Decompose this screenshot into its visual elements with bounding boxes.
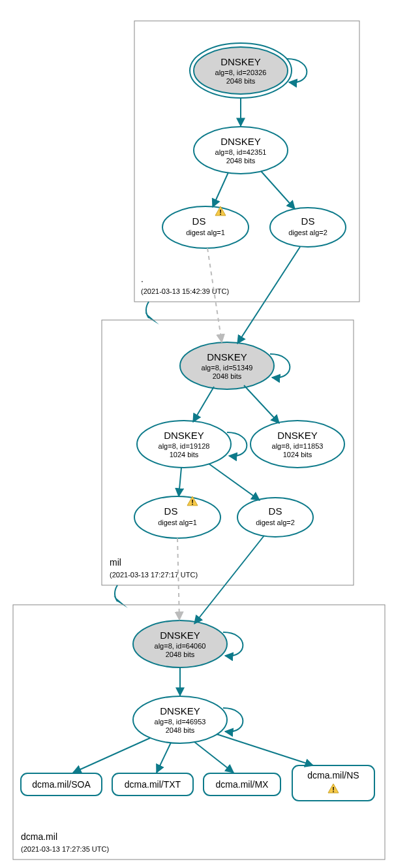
dnskey-sub1: alg=8, id=51349 [202, 364, 253, 372]
ds-sub: digest alg=2 [256, 519, 295, 526]
dnskey-sub2: 2048 bits [226, 77, 256, 85]
edge-zsk-ns [217, 734, 313, 765]
rr-label: dcma.mil/NS [307, 770, 359, 780]
ds-node-root-ds2 [270, 208, 346, 247]
edge-milzsk1-ds1 [179, 468, 181, 496]
ds-node-root-ds1 [162, 206, 249, 248]
dnskey-sub1: alg=8, id=46953 [155, 718, 206, 726]
dnskey-sub2: 2048 bits [166, 726, 195, 734]
svg-text:!: ! [219, 208, 222, 216]
svg-text:!: ! [332, 786, 335, 794]
zone-root-timestamp: (2021-03-13 15:42:39 UTC) [141, 287, 229, 295]
edge-ds2-milksk [237, 247, 300, 344]
ds-title: DS [269, 506, 282, 517]
edge-milds2-dcmaksk [194, 536, 264, 624]
zone-dcma-name: dcma.mil [21, 831, 57, 842]
ds-title: DS [164, 506, 178, 517]
zone-root-name: . [141, 274, 144, 284]
dnskey-title: DNSKEY [160, 705, 200, 716]
ds-title: DS [192, 216, 206, 227]
zone-mil-name: mil [110, 557, 121, 568]
ds-title: DS [301, 216, 315, 227]
zone-dcma-timestamp: (2021-03-13 17:27:35 UTC) [21, 845, 109, 853]
edge-zsk-mx [194, 742, 234, 773]
ds-sub: digest alg=2 [288, 229, 327, 236]
ds-node-mil-ds1 [134, 496, 220, 538]
rr-label: dcma.mil/SOA [32, 779, 91, 790]
svg-text:!: ! [191, 498, 194, 506]
ds-sub: digest alg=1 [186, 229, 225, 236]
rr-label: dcma.mil/MX [216, 779, 269, 790]
dnskey-sub2: 2048 bits [213, 372, 242, 380]
dnskey-sub1: alg=8, id=11853 [272, 442, 324, 450]
dnskey-sub1: alg=8, id=20326 [215, 69, 267, 76]
dnskey-sub2: 2048 bits [226, 157, 256, 165]
ds-node-mil-ds2 [237, 498, 313, 537]
dnskey-title: DNSKEY [164, 430, 204, 441]
dnskey-title: DNSKEY [207, 351, 247, 362]
rr-label: dcma.mil/TXT [125, 779, 181, 790]
edge-milds1-dcmaksk [177, 538, 179, 620]
edge-zsk-soa [73, 738, 150, 773]
edge-milksk-zsk2 [244, 385, 279, 423]
edge-root-zsk-ds2 [261, 171, 295, 209]
dnskey-title: DNSKEY [220, 136, 261, 147]
dnskey-title: DNSKEY [277, 430, 318, 441]
edge-zsk-txt [157, 743, 171, 773]
dnskey-sub2: 2048 bits [166, 651, 195, 658]
zone-link-arrowhead [145, 312, 159, 325]
zone-mil-timestamp: (2021-03-13 17:27:17 UTC) [110, 571, 198, 579]
dnskey-sub2: 1024 bits [170, 451, 199, 458]
dnskey-sub1: alg=8, id=64060 [155, 642, 206, 650]
edge-milzsk1-ds2 [209, 464, 260, 500]
edge-ds1-milksk [207, 248, 222, 342]
edge-milksk-zsk1 [193, 387, 214, 422]
ds-sub: digest alg=1 [158, 519, 197, 526]
dnskey-title: DNSKEY [220, 56, 261, 67]
dnskey-sub1: alg=8, id=42351 [215, 148, 267, 156]
dnskey-title: DNSKEY [160, 630, 200, 641]
dnskey-sub1: alg=8, id=19128 [159, 442, 210, 450]
dnskey-sub2: 1024 bits [283, 451, 312, 458]
edge-root-zsk-ds1 [213, 172, 228, 207]
